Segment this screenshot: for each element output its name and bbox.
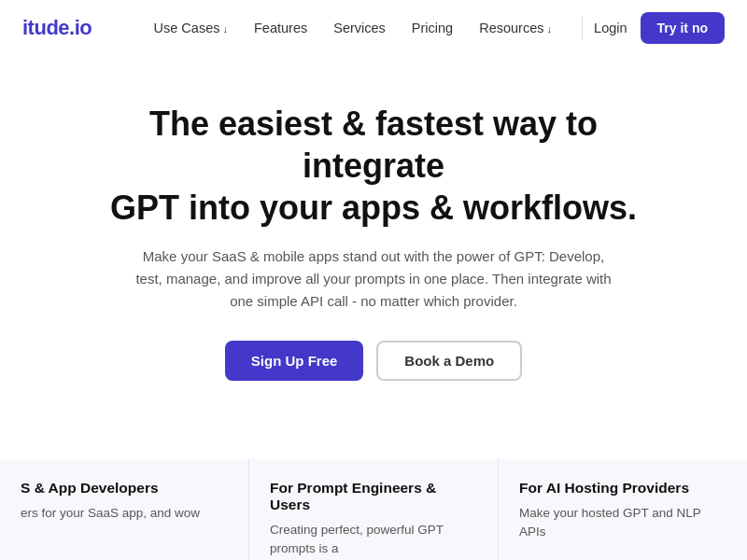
nav-links: Use Cases Features Services Pricing Reso… bbox=[154, 20, 553, 36]
card-ai-title: For AI Hosting Providers bbox=[519, 480, 726, 497]
logo[interactable]: itude.io bbox=[22, 16, 92, 40]
nav-link-services[interactable]: Services bbox=[333, 21, 386, 35]
card-prompt-engineers: For Prompt Engineers & Users Creating pe… bbox=[249, 459, 499, 560]
nav-link-pricing[interactable]: Pricing bbox=[412, 21, 453, 35]
card-ai-hosting: For AI Hosting Providers Make your hoste… bbox=[499, 459, 747, 560]
hero-subtext: Make your SaaS & mobile apps stand out w… bbox=[131, 245, 616, 313]
nav-item-use-cases[interactable]: Use Cases bbox=[154, 20, 228, 36]
nav-link-resources[interactable]: Resources bbox=[479, 21, 552, 35]
nav-item-services[interactable]: Services bbox=[333, 20, 386, 36]
nav-item-pricing[interactable]: Pricing bbox=[412, 20, 453, 36]
hero-buttons: Sign Up Free Book a Demo bbox=[75, 341, 672, 381]
try-button[interactable]: Try it no bbox=[641, 12, 725, 44]
nav-link-features[interactable]: Features bbox=[254, 21, 307, 35]
login-link[interactable]: Login bbox=[594, 21, 627, 35]
signup-button[interactable]: Sign Up Free bbox=[225, 341, 364, 381]
hero-section: The easiest & fastest way to integrate G… bbox=[0, 56, 747, 409]
hero-heading: The easiest & fastest way to integrate G… bbox=[84, 103, 663, 229]
card-saas-title: S & App Developers bbox=[21, 480, 228, 497]
nav-item-features[interactable]: Features bbox=[254, 20, 307, 36]
nav-link-use-cases[interactable]: Use Cases bbox=[154, 21, 228, 35]
navbar: itude.io Use Cases Features Services Pri… bbox=[0, 0, 747, 56]
card-saas-developers: S & App Developers ers for your SaaS app… bbox=[0, 459, 249, 560]
card-saas-text: ers for your SaaS app, and wow bbox=[21, 504, 228, 523]
nav-divider bbox=[582, 17, 583, 39]
card-ai-text: Make your hosted GPT and NLP APIs bbox=[519, 504, 726, 542]
demo-button[interactable]: Book a Demo bbox=[376, 341, 522, 381]
card-prompt-title: For Prompt Engineers & Users bbox=[270, 480, 477, 513]
cards-section: S & App Developers ers for your SaaS app… bbox=[0, 459, 747, 560]
card-prompt-text: Creating perfect, powerful GPT prompts i… bbox=[270, 521, 477, 559]
nav-item-resources[interactable]: Resources bbox=[479, 20, 552, 36]
